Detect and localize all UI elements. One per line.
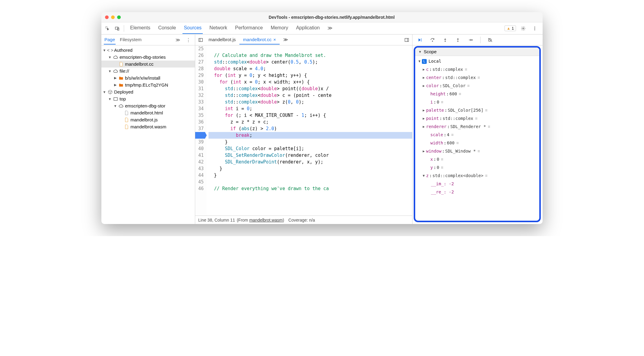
main-tabbar: Elements Console Sources Network Perform…: [101, 22, 543, 35]
scope-var-center[interactable]: ▶center: std::complex⌗: [416, 74, 538, 82]
zoom-window-button[interactable]: [117, 15, 121, 19]
file-icon: [118, 62, 124, 67]
sidebar-tab-filesystem[interactable]: Filesystem: [119, 35, 142, 44]
tree-authored[interactable]: ▼< >Authored: [101, 47, 195, 54]
memory-icon[interactable]: ⌗: [459, 90, 461, 98]
scope-var-y[interactable]: y: 0⌗: [416, 163, 538, 172]
scope-header[interactable]: ▼Scope: [415, 48, 539, 56]
titlebar: DevTools - emscripten-dbg-stories.netlif…: [101, 12, 543, 22]
svg-rect-12: [421, 38, 421, 41]
memory-icon[interactable]: ⌗: [475, 114, 478, 123]
settings-icon[interactable]: [519, 24, 527, 33]
tab-sources[interactable]: Sources: [182, 23, 203, 34]
scope-var-i[interactable]: i: 0⌗: [416, 98, 538, 106]
editor-tab-cc[interactable]: mandelbrot.cc×: [239, 35, 280, 44]
tree-folder-1[interactable]: ▶b/s/w/ir/x/w/install: [101, 74, 195, 81]
memory-icon[interactable]: ⌗: [441, 163, 443, 172]
memory-icon[interactable]: ⌗: [478, 74, 480, 82]
warning-icon: ▲: [507, 26, 511, 31]
window-icon: [113, 97, 118, 101]
source-link[interactable]: mandelbrot.wasm: [249, 218, 283, 222]
tab-performance[interactable]: Performance: [234, 23, 264, 34]
code-editor[interactable]: 2526272829303132333435363738394041424344…: [195, 45, 412, 216]
inspect-element-icon[interactable]: [103, 24, 112, 33]
scope-var-point[interactable]: ▶point: std::complex⌗: [416, 114, 538, 123]
close-tab-icon[interactable]: ×: [273, 37, 276, 42]
close-window-button[interactable]: [105, 15, 109, 19]
toggle-debugger-icon[interactable]: [402, 36, 411, 44]
scope-var-z[interactable]: ▼z: std::complex<double>⌗: [416, 172, 538, 180]
scope-var-c[interactable]: ▶c: std::complex⌗: [416, 65, 538, 74]
scope-var-x[interactable]: x: 0⌗: [416, 155, 538, 163]
devtools-window: DevTools - emscripten-dbg-stories.netlif…: [101, 12, 543, 224]
step-into-button[interactable]: [441, 36, 449, 44]
tab-console[interactable]: Console: [157, 23, 177, 34]
tree-file-js[interactable]: mandelbrot.js: [101, 116, 195, 123]
code-content: // Calculate and draw the Mandelbrot set…: [207, 45, 412, 216]
step-over-button[interactable]: [428, 36, 437, 44]
step-button[interactable]: [466, 36, 475, 44]
navigator-sidebar: Page Filesystem ≫ ⋮ ▼< >Authored ▼emscri…: [101, 35, 195, 224]
tree-top[interactable]: ▼top: [101, 95, 195, 102]
scope-var-color[interactable]: ▶color: SDL_Color⌗: [416, 82, 538, 90]
memory-icon[interactable]: ⌗: [488, 123, 490, 131]
memory-icon[interactable]: ⌗: [451, 131, 454, 139]
tree-cloud-2[interactable]: ▼emscripten-dbg-stor: [101, 102, 195, 109]
file-icon: [124, 124, 129, 129]
tabs-overflow[interactable]: ≫: [326, 23, 334, 34]
editor-statusbar: Line 38, Column 11 (From mandelbrot.wasm…: [195, 216, 412, 224]
tab-elements[interactable]: Elements: [129, 23, 152, 34]
folder-icon: [118, 83, 124, 87]
brackets-icon: < >: [107, 48, 113, 53]
scope-var-z-re: __re_: -2: [416, 188, 538, 196]
deactivate-breakpoints-button[interactable]: [486, 36, 494, 44]
memory-icon[interactable]: ⌗: [485, 106, 488, 114]
sidebar-more-icon[interactable]: ⋮: [184, 36, 192, 44]
memory-icon[interactable]: ⌗: [478, 147, 480, 155]
sidebar-tab-page[interactable]: Page: [104, 35, 116, 44]
file-icon: [124, 110, 129, 115]
svg-point-3: [523, 28, 524, 29]
memory-icon[interactable]: ⌗: [456, 139, 459, 147]
sidebar-overflow[interactable]: ≫: [174, 36, 182, 44]
scope-var-palette[interactable]: ▶palette: SDL_Color[256]⌗: [416, 106, 538, 114]
tab-memory[interactable]: Memory: [269, 23, 289, 34]
tree-folder-2[interactable]: ▶tmp/tmp.ELcTq2YGN: [101, 81, 195, 88]
tab-application[interactable]: Application: [295, 23, 321, 34]
tree-file-mandelbrot-cc[interactable]: mandelbrot.cc: [101, 61, 195, 68]
scope-panel: ▼Scope ▼LLocal ▶c: std::complex⌗▶center:…: [414, 46, 541, 222]
minimize-window-button[interactable]: [111, 15, 115, 19]
memory-icon[interactable]: ⌗: [485, 172, 488, 180]
svg-rect-0: [106, 27, 107, 28]
tree-file-scheme[interactable]: ▼file://: [101, 68, 195, 74]
memory-icon[interactable]: ⌗: [441, 155, 443, 163]
tab-network[interactable]: Network: [208, 23, 228, 34]
svg-point-16: [472, 40, 472, 40]
scope-local-header[interactable]: ▼LLocal: [416, 57, 538, 65]
window-title: DevTools - emscripten-dbg-stories.netlif…: [124, 15, 539, 20]
warnings-badge[interactable]: ▲1: [504, 25, 516, 31]
resume-button[interactable]: [416, 36, 424, 44]
tree-deployed[interactable]: ▼Deployed: [101, 88, 195, 95]
scope-var-window[interactable]: ▶window: SDL_Window *⌗: [416, 147, 538, 155]
toggle-navigator-icon[interactable]: [196, 36, 205, 44]
memory-icon[interactable]: ⌗: [465, 65, 467, 74]
editor-tab-js[interactable]: mandelbrot.js: [205, 35, 239, 44]
scope-var-scale[interactable]: scale: 4⌗: [416, 131, 538, 139]
memory-icon[interactable]: ⌗: [441, 98, 443, 106]
editor-tabs-overflow[interactable]: ≫: [280, 35, 292, 45]
tree-file-wasm[interactable]: mandelbrot.wasm: [101, 123, 195, 130]
file-icon: [124, 117, 129, 122]
memory-icon[interactable]: ⌗: [467, 82, 470, 90]
scope-var-renderer[interactable]: ▶renderer: SDL_Renderer *⌗: [416, 123, 538, 131]
tree-cloud-1[interactable]: ▼emscripten-dbg-stories: [101, 54, 195, 61]
scope-body: ▼LLocal ▶c: std::complex⌗▶center: std::c…: [415, 56, 539, 199]
editor-panel: mandelbrot.js mandelbrot.cc× ≫ 252627282…: [195, 35, 412, 224]
device-toolbar-icon[interactable]: [113, 24, 121, 33]
scope-var-width[interactable]: width: 600⌗: [416, 139, 538, 147]
tree-file-html[interactable]: mandelbrot.html: [101, 109, 195, 116]
more-menu-icon[interactable]: [531, 24, 539, 33]
svg-rect-10: [405, 38, 409, 41]
scope-var-height[interactable]: height: 600⌗: [416, 90, 538, 98]
step-out-button[interactable]: [454, 36, 462, 44]
